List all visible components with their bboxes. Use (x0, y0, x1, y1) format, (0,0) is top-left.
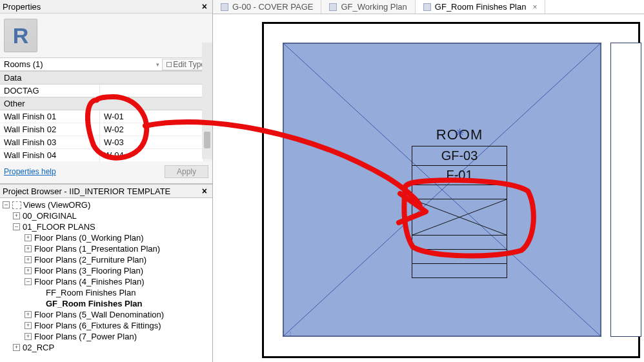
properties-title: Properties (3, 2, 41, 12)
property-label: Wall Finish 03 (0, 136, 100, 148)
properties-scrollbar[interactable] (202, 43, 212, 159)
tree-node[interactable]: +Floor Plans (5_Wall Denomination) (1, 309, 211, 320)
property-row[interactable]: Wall Finish 03 W-03 (0, 136, 212, 148)
properties-panel: Properties × R Rooms (1) ▾ Edit Type Dat… (0, 0, 212, 184)
expand-icon[interactable]: + (25, 333, 32, 340)
sheet-icon (423, 3, 431, 11)
property-label: Wall Finish 02 (0, 123, 100, 136)
project-browser-panel: Project Browser - IID_INTERIOR TEMPLATE … (0, 184, 212, 362)
type-preview-icon: R (4, 19, 37, 52)
property-row[interactable]: Wall Finish 04 W-04 (0, 148, 212, 161)
chevron-down-icon[interactable]: ▾ (154, 61, 162, 68)
tree-node[interactable]: +Floor Plans (0_Working Plan) (1, 232, 211, 243)
expand-icon[interactable]: + (13, 344, 20, 351)
tab-label: G-00 - COVER PAGE (232, 2, 313, 12)
tree-node-label: Views (ViewORG) (23, 199, 90, 210)
tree-node[interactable]: +Floor Plans (6_Fixtures & Fittings) (1, 320, 211, 331)
tree-node[interactable]: –Views (ViewORG) (1, 199, 211, 210)
section-header-other: Other (0, 97, 212, 110)
collapse-icon[interactable]: – (25, 278, 32, 285)
properties-help-link[interactable]: Properties help (4, 167, 56, 176)
room-tag-blank-row (412, 236, 507, 250)
property-label: Wall Finish 01 (0, 110, 100, 123)
view-tab[interactable]: GF_Working Plan (321, 0, 415, 14)
property-label: DOCTAG (0, 85, 100, 97)
tree-node-label: Floor Plans (6_Fixtures & Fittings) (34, 320, 161, 331)
project-browser-header: Project Browser - IID_INTERIOR TEMPLATE … (0, 184, 212, 198)
twist-placeholder-icon (36, 300, 43, 307)
expand-icon[interactable]: + (13, 212, 20, 219)
tree-node-label: 00_ORIGINAL (23, 210, 77, 221)
close-icon[interactable]: × (199, 1, 210, 12)
property-row[interactable]: Wall Finish 02 W-02 (0, 123, 212, 136)
properties-header: Properties × (0, 0, 212, 14)
room-tag-blank-row (412, 264, 507, 278)
property-value[interactable] (100, 85, 203, 97)
expand-icon[interactable]: + (25, 267, 32, 274)
room-tag-number: GF-03 (412, 146, 507, 166)
room-tag-blank-row (412, 185, 507, 199)
secondary-panel (610, 43, 641, 337)
sheet-icon (329, 3, 337, 11)
apply-button[interactable]: Apply (165, 165, 208, 178)
scrollbar-thumb[interactable] (204, 132, 210, 148)
expand-icon[interactable]: + (25, 256, 32, 263)
tab-label: GF_Working Plan (341, 2, 407, 12)
tree-node[interactable]: –01_FLOOR PLANS (1, 221, 211, 232)
view-scale-grip-icon[interactable]: ⋮⋮ (281, 330, 295, 336)
property-row[interactable]: Wall Finish 01 W-01 (0, 110, 212, 123)
property-row[interactable]: DOCTAG (0, 85, 212, 97)
tree-node-label: Floor Plans (0_Working Plan) (34, 232, 144, 243)
tree-node[interactable]: FF_Room Finishes Plan (1, 287, 211, 298)
tree-node[interactable]: +Floor Plans (2_Furniture Plan) (1, 254, 211, 265)
tree-node[interactable]: +Floor Plans (7_Power Plan) (1, 331, 211, 342)
room-tag[interactable]: ROOM GF-03 F-01 ✳ (412, 124, 507, 278)
tree-node[interactable]: +00_ORIGINAL (1, 210, 211, 221)
expand-icon[interactable]: + (25, 245, 32, 252)
collapse-icon[interactable]: – (13, 223, 20, 230)
tree-node-label: 02_RCP (23, 342, 54, 353)
tree-node-label: Floor Plans (1_Presentation Plan) (34, 243, 160, 254)
view-tab[interactable]: GF_Room Finishes Plan× (416, 0, 546, 14)
project-browser-tree[interactable]: –Views (ViewORG)+00_ORIGINAL–01_FLOOR PL… (0, 198, 212, 354)
tree-node[interactable]: +02_RCP (1, 342, 211, 353)
property-label: Wall Finish 04 (0, 149, 100, 161)
tree-node-label: 01_FLOOR PLANS (23, 221, 96, 232)
property-value[interactable]: W-03 (100, 136, 203, 148)
tree-node[interactable]: +Floor Plans (3_Flooring Plan) (1, 265, 211, 276)
instance-filter-dropdown[interactable]: Rooms (1) (3, 58, 154, 70)
section-header-data: Data (0, 71, 212, 85)
collapse-icon[interactable]: – (3, 201, 10, 208)
tree-node[interactable]: –Floor Plans (4_Finishes Plan) (1, 276, 211, 287)
close-icon[interactable]: × (530, 3, 537, 12)
tree-node-label: FF_Room Finishes Plan (46, 287, 136, 298)
views-root-icon (12, 201, 21, 209)
sheet-icon (221, 3, 228, 11)
room-tag-finish: F-01 ✳ (412, 166, 507, 185)
view-tabs: G-00 - COVER PAGEGF_Working PlanGF_Room … (213, 0, 644, 14)
room-tag-crossbox (412, 199, 507, 236)
type-selector-row[interactable]: R (0, 14, 212, 57)
properties-grid: Data DOCTAG Other Wall Finish 01 W-01 Wa… (0, 71, 212, 161)
twist-placeholder-icon (36, 289, 43, 296)
tree-node-label: Floor Plans (7_Power Plan) (34, 331, 137, 342)
tree-node[interactable]: +Floor Plans (1_Presentation Plan) (1, 243, 211, 254)
property-value[interactable]: W-02 (100, 123, 203, 136)
room-tag-blank-row (412, 250, 507, 264)
property-value[interactable]: W-04 (100, 149, 203, 161)
expand-icon[interactable]: + (25, 311, 32, 318)
tree-node-label: Floor Plans (3_Flooring Plan) (34, 265, 143, 276)
tree-node-label: Floor Plans (2_Furniture Plan) (34, 254, 146, 265)
expand-icon[interactable]: + (25, 322, 32, 329)
reference-marker-icon[interactable]: ✳ (456, 126, 464, 139)
project-browser-title: Project Browser - IID_INTERIOR TEMPLATE (3, 186, 170, 196)
tree-node[interactable]: GF_Room Finishes Plan (1, 298, 211, 309)
tree-node-label: Floor Plans (5_Wall Denomination) (34, 309, 164, 320)
close-icon[interactable]: × (199, 186, 210, 196)
tab-label: GF_Room Finishes Plan (435, 2, 527, 12)
drawing-canvas[interactable]: ROOM GF-03 F-01 ✳ ⋮⋮ (213, 14, 644, 362)
expand-icon[interactable]: + (25, 234, 32, 241)
tree-node-label: Floor Plans (4_Finishes Plan) (34, 276, 145, 287)
property-value[interactable]: W-01 (100, 110, 203, 123)
view-tab[interactable]: G-00 - COVER PAGE (213, 0, 321, 14)
